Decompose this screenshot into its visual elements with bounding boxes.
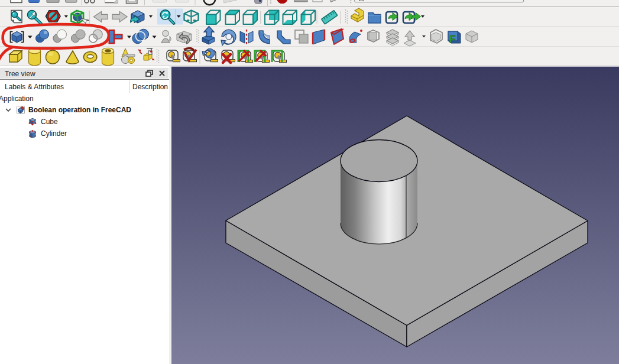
- svg-text:F: F: [449, 34, 455, 45]
